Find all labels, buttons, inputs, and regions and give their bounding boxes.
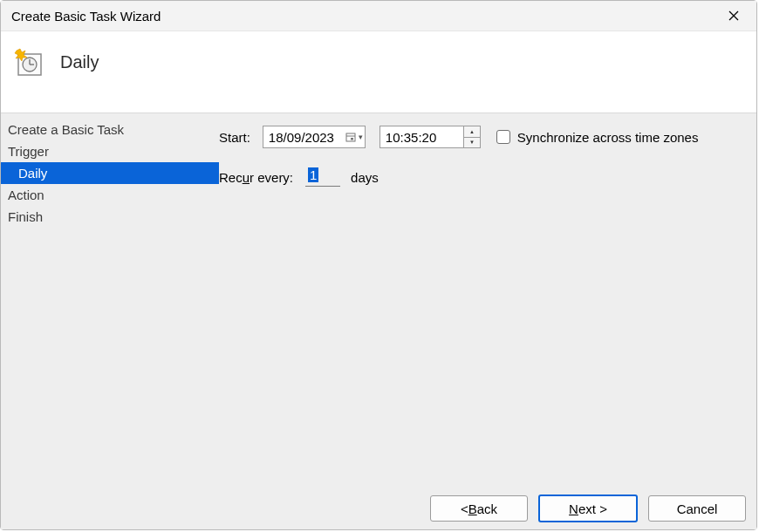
nav-step-finish[interactable]: Finish: [1, 206, 219, 228]
recur-unit-label: days: [351, 170, 379, 185]
back-button[interactable]: < Back: [430, 495, 528, 522]
nav-step-trigger[interactable]: Trigger: [1, 140, 219, 162]
start-time-picker[interactable]: 10:35:20 ▲ ▼: [380, 126, 481, 148]
nav-step-action[interactable]: Action: [1, 184, 219, 206]
cancel-button[interactable]: Cancel: [648, 495, 746, 522]
wizard-body: Create a Basic TaskTriggerDailyActionFin…: [1, 113, 756, 488]
calendar-icon: [345, 132, 356, 142]
recur-label: Recur every:: [219, 170, 293, 185]
chevron-down-icon: ▾: [359, 133, 363, 141]
wizard-window: Create Basic Task Wizard Daily Create a …: [0, 0, 757, 530]
spin-down-icon[interactable]: ▼: [464, 138, 480, 148]
wizard-header: Daily: [1, 31, 756, 113]
wizard-main: Start: 18/09/2023 ▾ 10:35:20: [219, 113, 756, 488]
next-button[interactable]: Next >: [538, 494, 638, 522]
titlebar: Create Basic Task Wizard: [1, 1, 756, 31]
start-row: Start: 18/09/2023 ▾ 10:35:20: [219, 126, 742, 148]
close-icon: [728, 10, 739, 21]
nav-step-create-a-basic-task[interactable]: Create a Basic Task: [1, 119, 219, 140]
date-dropdown-button[interactable]: ▾: [345, 132, 363, 142]
sync-timezones-checkbox[interactable]: [496, 130, 510, 144]
window-title: Create Basic Task Wizard: [11, 9, 161, 24]
wizard-sidebar: Create a Basic TaskTriggerDailyActionFin…: [1, 113, 219, 488]
close-button[interactable]: [721, 3, 746, 28]
start-label: Start:: [219, 130, 250, 145]
nav-step-daily[interactable]: Daily: [1, 162, 219, 184]
start-time-value: 10:35:20: [386, 130, 436, 145]
time-spinner[interactable]: ▲ ▼: [463, 126, 480, 147]
page-title: Daily: [60, 47, 99, 72]
sync-timezones-option[interactable]: Synchronize across time zones: [496, 130, 699, 145]
recur-every-input[interactable]: 1: [305, 167, 340, 187]
spin-up-icon[interactable]: ▲: [464, 126, 480, 138]
scheduler-icon: [13, 47, 44, 78]
recur-every-value: 1: [308, 167, 318, 182]
sync-timezones-label: Synchronize across time zones: [517, 130, 699, 145]
svg-rect-7: [346, 133, 355, 141]
recur-row: Recur every: 1 days: [219, 167, 742, 187]
wizard-footer: < Back Next > Cancel: [1, 488, 756, 529]
start-date-picker[interactable]: 18/09/2023 ▾: [263, 126, 366, 148]
svg-rect-9: [351, 138, 353, 140]
start-date-value: 18/09/2023: [269, 130, 334, 145]
